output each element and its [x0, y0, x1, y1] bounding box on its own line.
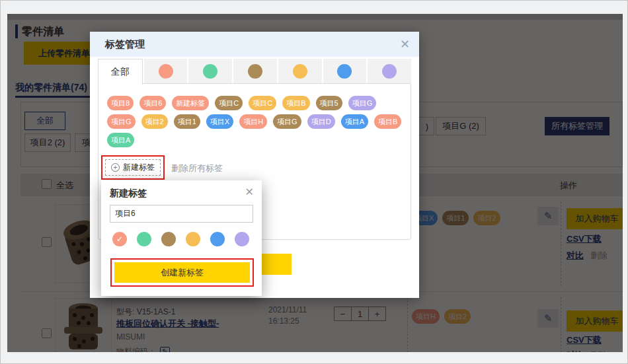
- color-option-orange[interactable]: [186, 232, 200, 246]
- tag-pill[interactable]: 项目G: [273, 114, 301, 129]
- dialog-title: 新建标签: [110, 188, 147, 200]
- tag-row: 项目8 项目6 新建标签 项目C 项目C 项目B 项目5 项目G: [107, 96, 402, 110]
- blue-dot-icon: [337, 64, 352, 79]
- screenshot-frame: 零件清单 上传零件清单 我的零件清单(74) 全部 ) 项目G (2) 所有标签…: [0, 0, 628, 364]
- new-tag-button-label: 新建标签: [123, 162, 155, 173]
- delete-all-tags-button[interactable]: 删除所有标签: [171, 163, 223, 174]
- tab-color-blue[interactable]: [323, 59, 367, 84]
- tag-pill[interactable]: 项目D: [307, 114, 335, 129]
- tab-color-green[interactable]: [188, 59, 232, 84]
- color-option-purple[interactable]: [235, 232, 249, 246]
- brown-dot-icon: [248, 64, 262, 79]
- tag-pill[interactable]: 项目G: [107, 114, 136, 129]
- color-option-salmon-selected[interactable]: ✓: [112, 232, 127, 246]
- check-icon: ✓: [116, 235, 123, 244]
- create-new-tag-button[interactable]: 创建新标签: [114, 262, 250, 283]
- tag-pill[interactable]: 项目A: [107, 133, 134, 147]
- tag-pill[interactable]: 项目5: [316, 96, 342, 110]
- tag-pill[interactable]: 项目8: [107, 96, 134, 110]
- purple-dot-icon: [382, 64, 397, 79]
- modal-header: 标签管理 ✕: [90, 32, 419, 57]
- color-picker: ✓: [112, 232, 249, 246]
- tab-color-purple[interactable]: [368, 59, 411, 84]
- green-dot-icon: [203, 64, 217, 79]
- tag-pill[interactable]: 项目C: [215, 96, 243, 110]
- color-option-blue[interactable]: [210, 232, 225, 246]
- tag-pill[interactable]: 项目B: [282, 96, 309, 110]
- tag-pill[interactable]: 项目G: [348, 96, 377, 110]
- tag-name-input[interactable]: [110, 205, 253, 223]
- tag-pill[interactable]: 项目X: [206, 114, 233, 129]
- orange-dot-icon: [293, 64, 307, 79]
- plus-circle-icon: +: [111, 163, 120, 172]
- close-icon[interactable]: ✕: [245, 186, 254, 198]
- new-tag-button[interactable]: + 新建标签: [105, 159, 161, 176]
- tag-pill[interactable]: 项目1: [174, 114, 200, 129]
- modal-title: 标签管理: [105, 38, 145, 51]
- tab-all-colors[interactable]: 全部: [98, 59, 143, 85]
- tag-row: 项目A: [107, 133, 402, 147]
- color-option-brown[interactable]: [161, 232, 176, 246]
- tag-pill[interactable]: 项目2: [141, 114, 168, 129]
- new-tag-dialog: 新建标签 ✕ ✓ 创建新标签: [101, 180, 262, 296]
- color-option-green[interactable]: [137, 232, 151, 246]
- tag-pill[interactable]: 项目6: [139, 96, 166, 110]
- tag-pill[interactable]: 新建标签: [172, 96, 209, 110]
- close-icon[interactable]: ✕: [400, 37, 410, 52]
- tab-color-brown[interactable]: [233, 59, 277, 84]
- tag-pill[interactable]: 项目C: [249, 96, 276, 110]
- tab-color-salmon[interactable]: [144, 59, 188, 84]
- tag-pill[interactable]: 项目B: [374, 114, 401, 129]
- salmon-dot-icon: [159, 64, 173, 79]
- color-filter-tabs: 全部: [98, 59, 411, 84]
- tag-row: 项目G 项目2 项目1 项目X 项目H 项目G 项目D 项目A 项目B: [107, 114, 402, 129]
- tab-color-orange[interactable]: [278, 59, 322, 84]
- tag-pill[interactable]: 项目H: [239, 114, 267, 129]
- tag-pill[interactable]: 项目A: [341, 114, 368, 129]
